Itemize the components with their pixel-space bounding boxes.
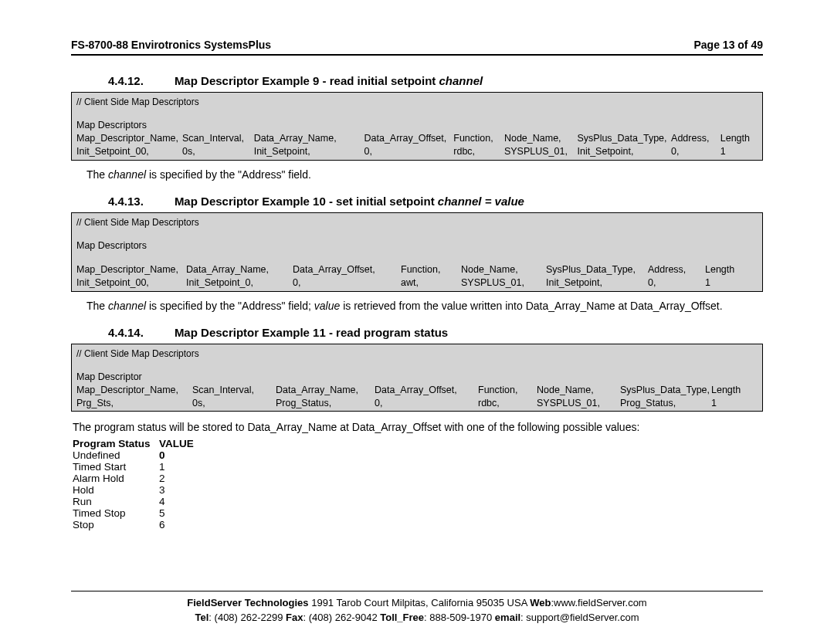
cell: Prog_Status,	[276, 397, 375, 410]
descriptor-box: // Client Side Map Descriptors Map Descr…	[71, 344, 763, 412]
page-header: FS-8700-88 Envirotronics SystemsPlus Pag…	[71, 39, 763, 56]
cell: Data_Array_Offset,	[293, 263, 401, 276]
cell: Data_Array_Name,	[276, 384, 375, 397]
cell: SysPlus_Data_Type,	[577, 132, 671, 145]
program-status-table: Program Status VALUE Undefined0 Timed St…	[73, 438, 763, 530]
section-title-italic: channel = value	[438, 195, 524, 208]
cell: SYSPLUS_01,	[461, 276, 546, 290]
cell: Node_Name,	[537, 384, 620, 397]
cell: Init_Setpoint,	[577, 145, 671, 158]
cell: 0,	[364, 145, 453, 158]
descriptor-header-row: Map_Descriptor_Name,Scan_Interval,Data_A…	[76, 384, 758, 397]
cell: Prg_Sts,	[76, 397, 192, 410]
page-footer: FieldServer Technologies 1991 Tarob Cour…	[71, 591, 763, 625]
table-row: Undefined0	[73, 449, 763, 461]
cell: SYSPLUS_01,	[537, 397, 620, 410]
cell: Init_Setpoint,	[254, 145, 364, 158]
cell: Address,	[648, 263, 705, 276]
table-row: Timed Start1	[73, 461, 763, 473]
descriptor-label: Map Descriptors	[76, 239, 758, 253]
cell: Function,	[401, 263, 461, 276]
cell: Length	[711, 384, 750, 397]
cell: Scan_Interval,	[182, 132, 254, 145]
comment-line: // Client Side Map Descriptors	[76, 347, 758, 360]
cell: Init_Setpoint,	[546, 276, 648, 290]
table-row: Alarm Hold2	[73, 473, 763, 484]
cell: rdbc,	[453, 145, 504, 158]
table-row: Hold3	[73, 484, 763, 496]
section-title: Map Descriptor Example 11 - read program…	[175, 326, 448, 339]
cell: SYSPLUS_01,	[504, 145, 578, 158]
section-heading: 4.4.12.Map Descriptor Example 9 - read i…	[71, 74, 763, 87]
section-number: 4.4.12.	[108, 74, 144, 87]
descriptor-label: Map Descriptors	[76, 119, 758, 132]
cell: Map_Descriptor_Name,	[76, 384, 192, 397]
section-number: 4.4.13.	[108, 195, 144, 208]
cell: rdbc,	[478, 397, 537, 410]
table-row: Run4	[73, 496, 763, 507]
comment-line: // Client Side Map Descriptors	[76, 96, 758, 108]
status-intro: The program status will be stored to Dat…	[73, 421, 763, 433]
descriptor-label: Map Descriptor	[76, 371, 758, 384]
cell: Length	[705, 263, 744, 276]
cell: Map_Descriptor_Name,	[76, 132, 182, 145]
descriptor-header-row: Map_Descriptor_Name,Data_Array_Name,Data…	[76, 263, 758, 276]
comment-line: // Client Side Map Descriptors	[76, 216, 758, 229]
section-title: Map Descriptor Example 9 - read initial …	[175, 74, 439, 87]
cell: Prog_Status,	[620, 397, 711, 410]
cell: Address,	[671, 132, 720, 145]
section-heading: 4.4.13.Map Descriptor Example 10 - set i…	[71, 195, 763, 208]
section-note: The channel is specified by the "Address…	[86, 300, 763, 312]
descriptor-header-row: Map_Descriptor_Name,Scan_Interval,Data_A…	[76, 132, 758, 145]
col-header: VALUE	[159, 438, 190, 449]
section-note: The channel is specified by the "Address…	[86, 168, 763, 181]
cell: 0,	[375, 397, 478, 410]
cell: awt,	[401, 276, 461, 290]
section-number: 4.4.14.	[108, 326, 144, 339]
cell: 0,	[671, 145, 720, 158]
descriptor-box: // Client Side Map Descriptors Map Descr…	[71, 92, 763, 161]
cell: Node_Name,	[461, 263, 546, 276]
cell: 0s,	[182, 145, 254, 158]
cell: 0,	[648, 276, 705, 290]
table-header-row: Program Status VALUE	[73, 438, 763, 449]
cell: Data_Array_Name,	[254, 132, 364, 145]
descriptor-value-row: Init_Setpoint_00,Init_Setpoint_0,0,awt,S…	[76, 276, 758, 290]
col-header: Program Status	[73, 438, 159, 449]
cell: Function,	[453, 132, 504, 145]
page-number: Page 13 of 49	[694, 39, 764, 51]
cell: Init_Setpoint_0,	[186, 276, 293, 290]
descriptor-value-row: Prg_Sts,0s,Prog_Status,0,rdbc,SYSPLUS_01…	[76, 397, 758, 410]
cell: Scan_Interval,	[192, 384, 276, 397]
descriptor-box: // Client Side Map Descriptors Map Descr…	[71, 212, 763, 292]
cell: 0s,	[192, 397, 276, 410]
cell: 1	[705, 276, 744, 290]
cell: Data_Array_Offset,	[375, 384, 478, 397]
section-heading: 4.4.14.Map Descriptor Example 11 - read …	[71, 326, 763, 339]
cell: Map_Descriptor_Name,	[76, 263, 186, 276]
cell: 0,	[293, 276, 401, 290]
table-row: Timed Stop5	[73, 507, 763, 519]
cell: 1	[711, 397, 750, 410]
cell: Init_Setpoint_00,	[76, 276, 186, 290]
doc-title: FS-8700-88 Envirotronics SystemsPlus	[71, 39, 271, 51]
cell: Init_Setpoint_00,	[76, 145, 182, 158]
cell: Node_Name,	[504, 132, 578, 145]
descriptor-value-row: Init_Setpoint_00,0s,Init_Setpoint,0,rdbc…	[76, 145, 758, 158]
cell: 1	[720, 145, 758, 158]
cell: SysPlus_Data_Type,	[546, 263, 648, 276]
section-title: Map Descriptor Example 10 - set initial …	[175, 195, 438, 208]
cell: SysPlus_Data_Type,	[620, 384, 711, 397]
cell: Length	[720, 132, 758, 145]
cell: Function,	[478, 384, 537, 397]
section-title-italic: channel	[439, 74, 483, 87]
cell: Data_Array_Offset,	[364, 132, 453, 145]
cell: Data_Array_Name,	[186, 263, 293, 276]
table-row: Stop6	[73, 519, 763, 530]
